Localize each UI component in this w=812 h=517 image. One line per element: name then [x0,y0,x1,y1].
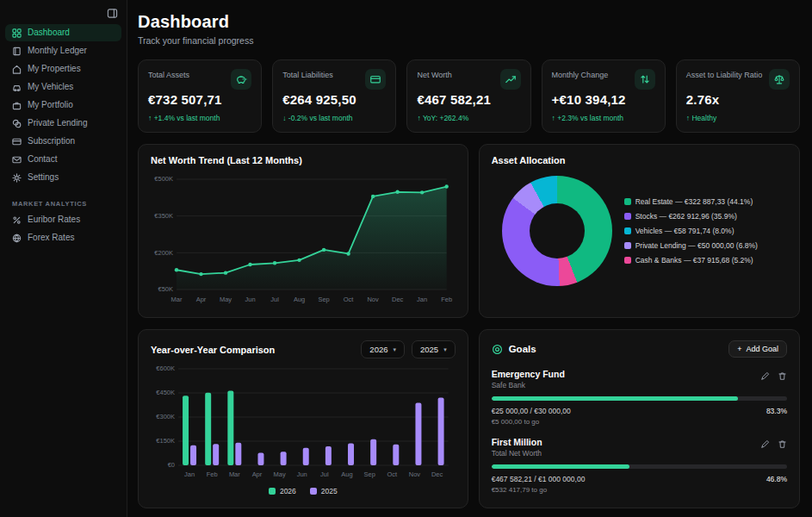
svg-text:Jan: Jan [417,296,427,303]
year-select-primary[interactable]: 2026 ▾ [361,340,405,358]
svg-text:Aug: Aug [341,470,352,478]
sidebar-item-label: Contact [28,154,57,165]
sidebar-item-euribor-rates[interactable]: Euribor Rates [5,211,121,228]
year-select-primary-value: 2026 [369,345,387,354]
yoy-legend-item: 2025 [310,487,338,495]
svg-text:Oct: Oct [344,296,355,303]
sidebar-item-label: Private Lending [28,118,88,128]
sidebar-item-dashboard[interactable]: Dashboard [5,24,121,41]
delete-goal-icon[interactable] [778,437,787,452]
sidebar-item-my-properties[interactable]: My Properties [5,60,121,78]
svg-text:Feb: Feb [207,470,218,478]
goal-remaining: €532 417,79 to go [492,486,787,494]
goal-progress-fill [492,464,630,469]
stat-card-asset-liability-ratio: Asset to Liability Ratio 2.76x ↑ Healthy [676,59,800,133]
trending-up-icon [500,69,521,90]
stat-card-monthly-change: Monthly Change +€10 394,12 ↑ +2.3% vs la… [542,59,666,133]
ledger-icon [12,47,22,56]
goal-progress-bar [492,396,787,401]
yoy-comparison-card: Year-over-Year Comparison 2026 ▾ 2025 ▾ … [138,329,468,508]
edit-goal-icon[interactable] [760,369,770,384]
svg-text:May: May [220,296,232,303]
goal-amounts: €25 000,00 / €30 000,00 [492,407,571,415]
svg-text:Jul: Jul [320,470,329,478]
sidebar-item-contact[interactable]: Contact [5,151,121,168]
sidebar-item-forex-rates[interactable]: Forex Rates [5,229,121,246]
sidebar-item-my-vehicles[interactable]: My Vehicles [5,78,121,96]
stat-delta: ↑ +1.4% vs last month [148,114,251,122]
sidebar-item-settings[interactable]: Settings [5,169,121,186]
svg-text:€450K: €450K [156,389,175,396]
sidebar-item-private-lending[interactable]: Private Lending [5,115,121,132]
stat-label: Total Liabilities [282,69,333,79]
svg-text:Mar: Mar [171,296,183,303]
sidebar-toggle-icon[interactable] [106,7,119,20]
stat-delta: ↓ -0.2% vs last month [282,114,386,122]
chevron-down-icon: ▾ [393,346,396,353]
asset-allocation-donut-chart [502,176,612,286]
dashboard-icon [12,28,22,38]
add-goal-button[interactable]: + Add Goal [728,340,787,358]
legend-label: Cash & Banks — €37 915,68 (5.2%) [635,256,753,265]
scale-icon [769,69,790,90]
trend-arrow: ↑ [148,114,152,122]
legend-swatch [269,488,276,495]
svg-text:€200K: €200K [154,249,173,257]
goals-title: Goals [509,344,536,354]
sidebar-item-label: Subscription [28,136,75,146]
svg-text:Mar: Mar [229,470,240,478]
trend-arrow: ↑ [686,114,690,122]
legend-swatch [624,227,631,234]
svg-text:Feb: Feb [441,296,452,303]
stat-label: Net Worth [417,69,451,79]
stat-value: €732 507,71 [148,92,251,107]
briefcase-icon [12,101,22,110]
svg-text:€150K: €150K [156,437,175,445]
sidebar-item-label: Monthly Ledger [28,46,87,56]
credit-card-icon [365,69,386,90]
plus-icon: + [737,345,741,353]
sidebar-item-subscription[interactable]: Subscription [5,133,121,150]
yoy-bar-chart: €600K€450K€300K€150K€0JanFebMarAprMayJun… [151,362,456,484]
sidebar-item-my-portfolio[interactable]: My Portfolio [5,97,121,114]
allocation-legend-item: Vehicles — €58 791,74 (8.0%) [624,227,758,235]
legend-label: Stocks — €262 912,96 (35.9%) [635,212,737,221]
stat-delta: ↑ YoY: +262.4% [417,114,520,122]
svg-text:May: May [274,470,286,478]
goal-item-emergency-fund: Emergency Fund Safe Bank €25 000,00 / €3… [492,369,787,426]
sidebar-item-monthly-ledger[interactable]: Monthly Ledger [5,42,121,59]
goal-name: Emergency Fund [492,369,565,379]
edit-goal-icon[interactable] [760,437,770,452]
stat-value: +€10 394,12 [552,92,655,107]
legend-swatch [310,488,317,495]
sidebar-section-label: MARKET ANALYTICS [12,200,115,208]
goal-source: Safe Bank [492,381,565,389]
svg-text:Dec: Dec [431,470,443,478]
legend-label: Private Lending — €50 000,00 (6.8%) [635,241,758,250]
target-icon [492,344,503,355]
svg-text:€300K: €300K [156,413,175,420]
goal-progress-bar [492,464,787,469]
legend-label: Real Estate — €322 887,33 (44.1%) [635,197,753,206]
sidebar-item-label: Forex Rates [28,233,74,243]
svg-text:Jan: Jan [184,470,195,478]
svg-text:Oct: Oct [387,470,398,478]
svg-text:Nov: Nov [409,470,421,478]
stat-value: €264 925,50 [282,92,386,107]
piggy-bank-icon [231,69,251,90]
sidebar-item-label: My Vehicles [28,82,73,92]
svg-text:Dec: Dec [392,296,404,303]
allocation-legend-item: Stocks — €262 912,96 (35.9%) [624,212,758,221]
credit-card-icon [12,137,22,146]
main-content: Dashboard Track your financial progress … [127,0,812,508]
home-icon [12,65,22,74]
svg-text:Jun: Jun [245,296,255,303]
delete-goal-icon[interactable] [778,369,787,384]
chart-title: Asset Allocation [492,155,787,165]
svg-text:Jun: Jun [297,470,307,478]
year-select-secondary[interactable]: 2025 ▾ [412,340,456,358]
net-worth-line-chart: €500K€350K€200K€50KMarAprMayJunJulAugSep… [151,169,456,317]
percent-icon [12,215,22,225]
legend-swatch [624,257,631,264]
chart-title: Year-over-Year Comparison [151,345,275,355]
